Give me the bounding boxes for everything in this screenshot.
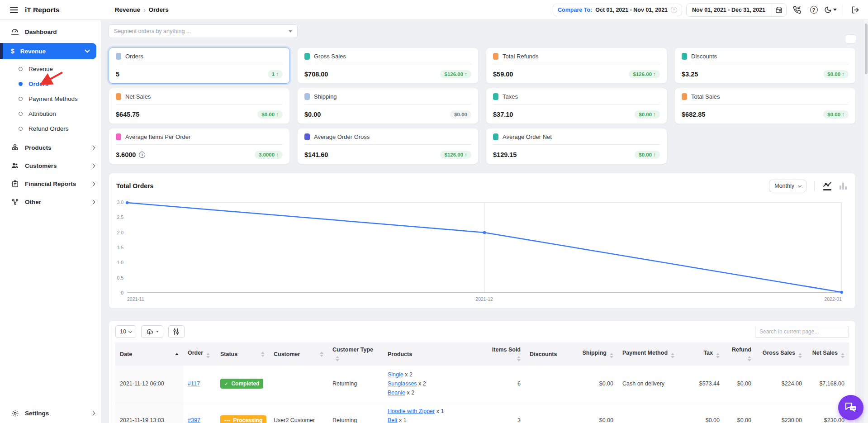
cell-discounts xyxy=(525,402,575,423)
column-header-status[interactable]: Status xyxy=(216,342,269,366)
sidebar-item-products[interactable]: Products xyxy=(0,138,101,157)
help-icon[interactable]: ? xyxy=(807,4,820,16)
column-header-tax[interactable]: Tax xyxy=(683,342,724,366)
delta-badge: $0.00 xyxy=(450,110,471,119)
sidebar-item-financial-reports[interactable]: Financial Reports xyxy=(0,175,101,193)
interval-select[interactable]: Monthly xyxy=(769,180,806,192)
kpi-card-average-order-gross[interactable]: Average Order Gross $141.60$126.00 ↑ xyxy=(297,128,479,164)
column-header-gross-sales[interactable]: Gross Sales xyxy=(756,342,806,366)
clipped-corner-button[interactable] xyxy=(845,34,856,44)
bar-chart-toggle-icon[interactable] xyxy=(838,183,848,190)
sort-icon xyxy=(517,356,521,361)
product-link[interactable]: Sunglasses xyxy=(388,380,417,387)
bullet-icon xyxy=(19,67,23,71)
kpi-card-average-items-per-order[interactable]: Average Items Per Order 3.6000i 3.0000 ↑ xyxy=(109,128,290,164)
column-header-date[interactable]: Date xyxy=(115,342,183,366)
sidebar-subitem-payment-methods[interactable]: Payment Methods xyxy=(0,91,101,106)
theme-toggle-moon-icon[interactable] xyxy=(824,4,837,16)
settings-icon xyxy=(11,409,19,417)
metric-swatch xyxy=(682,53,687,60)
line-chart-toggle-icon[interactable] xyxy=(822,181,832,190)
column-header-refund[interactable]: Refund xyxy=(724,342,756,366)
delta-badge: $126.00 ↑ xyxy=(440,70,471,78)
kpi-card-net-sales[interactable]: Net Sales $645.75$0.00 ↑ xyxy=(109,88,290,124)
segment-search[interactable] xyxy=(109,24,298,38)
kpi-card-taxes[interactable]: Taxes $37.10$0.00 ↑ xyxy=(486,88,667,124)
product-link[interactable]: Single xyxy=(388,371,403,378)
chart-plot xyxy=(127,202,842,293)
chat-icon xyxy=(844,402,857,413)
chat-widget-button[interactable] xyxy=(838,395,863,420)
kpi-card-average-order-net[interactable]: Average Order Net $129.15$0.00 ↑ xyxy=(486,128,667,164)
segment-input[interactable] xyxy=(114,28,289,34)
customers-icon xyxy=(11,162,19,170)
breadcrumb-revenue[interactable]: Revenue xyxy=(115,6,140,13)
export-button[interactable] xyxy=(141,325,163,338)
column-header-customer-type[interactable]: Customer Type xyxy=(328,342,383,366)
order-link[interactable]: #117 xyxy=(188,380,200,387)
logout-icon[interactable] xyxy=(849,4,862,16)
dots-icon: ••• xyxy=(224,418,231,423)
column-header-order[interactable]: Order xyxy=(183,342,216,366)
metric-swatch xyxy=(116,53,121,60)
delta-badge: $126.00 ↑ xyxy=(629,70,660,78)
sidebar-subitem-orders[interactable]: Orders xyxy=(0,76,101,91)
phone-support-icon[interactable] xyxy=(791,4,803,16)
sidebar-subitem-revenue[interactable]: Revenue xyxy=(0,62,101,76)
metric-swatch xyxy=(304,133,310,140)
table-search-input[interactable] xyxy=(755,326,849,338)
page-scrollbar xyxy=(864,20,868,423)
calendar-icon[interactable] xyxy=(771,4,786,16)
scrollbar-thumb[interactable] xyxy=(865,24,868,74)
kpi-card-shipping[interactable]: Shipping $0.00$0.00 xyxy=(297,88,479,124)
product-link[interactable]: Belt xyxy=(388,417,398,423)
kpi-card-total-refunds[interactable]: Total Refunds $59.00$126.00 ↑ xyxy=(486,48,667,84)
breadcrumb-separator-icon: › xyxy=(143,6,146,14)
product-link[interactable]: Beanie xyxy=(388,390,405,396)
delta-badge: $126.00 ↑ xyxy=(440,151,471,159)
sidebar-item-revenue-group[interactable]: $ Revenue xyxy=(0,43,96,59)
sidebar-item-customers[interactable]: Customers xyxy=(0,157,101,175)
column-header-net-sales[interactable]: Net Sales xyxy=(806,342,849,366)
column-filter-button[interactable] xyxy=(168,325,185,338)
column-header-payment-method[interactable]: Payment Method xyxy=(618,342,683,366)
sort-icon xyxy=(671,353,674,358)
menu-icon[interactable] xyxy=(10,7,18,13)
page-size-select[interactable]: 10 xyxy=(115,325,136,338)
info-icon[interactable]: i xyxy=(139,152,145,158)
dashboard-icon xyxy=(11,28,19,36)
sort-icon xyxy=(841,353,844,358)
compare-date-range[interactable]: Compare To: Oct 01, 2021 - Nov 01, 2021 … xyxy=(553,4,682,16)
column-header-items-sold[interactable]: Items Sold xyxy=(484,342,525,366)
sidebar-label-dashboard: Dashboard xyxy=(25,29,57,35)
kpi-card-orders[interactable]: Orders 51 ↑ xyxy=(109,48,290,84)
dollar-icon: $ xyxy=(11,48,14,55)
sidebar-item-other[interactable]: Other xyxy=(0,193,101,211)
kpi-card-gross-sales[interactable]: Gross Sales $708.00$126.00 ↑ xyxy=(297,48,479,84)
sort-icon xyxy=(336,356,339,361)
order-link[interactable]: #397 xyxy=(188,417,200,423)
kpi-card-total-sales[interactable]: Total Sales $682.85$0.00 ↑ xyxy=(674,88,856,124)
column-header-customer[interactable]: Customer xyxy=(269,342,328,366)
cell-items-sold: 3 xyxy=(484,402,525,423)
products-icon xyxy=(11,143,19,152)
cell-refund: $0.00 xyxy=(724,366,756,402)
cell-products: Single x 2 Sunglasses x 2 Beanie x 2 xyxy=(383,366,484,402)
column-header-shipping[interactable]: Shipping xyxy=(575,342,618,366)
cell-refund: $0.00 xyxy=(724,402,756,423)
date-range-value: Nov 01, 2021 - Dec 31, 2021 xyxy=(687,4,771,16)
sidebar-subitem-refund-orders[interactable]: Refund Orders xyxy=(0,121,101,136)
clear-compare-icon[interactable]: × xyxy=(671,7,677,13)
product-link[interactable]: Hoodie with Zipper xyxy=(388,408,435,414)
line-series-total-orders xyxy=(127,203,842,292)
cell-shipping: $0.00 xyxy=(575,402,618,423)
sidebar-item-dashboard[interactable]: Dashboard xyxy=(0,23,101,41)
segment-caret-icon xyxy=(289,30,292,33)
delta-badge: $0.00 ↑ xyxy=(823,70,849,78)
kpi-card-discounts[interactable]: Discounts $3.25$0.00 ↑ xyxy=(674,48,856,84)
cell-status: ✓ Completed xyxy=(216,366,269,402)
cell-gross-sales: $230.00 xyxy=(756,402,806,423)
sidebar-subitem-attribution[interactable]: Attribution xyxy=(0,106,101,121)
sidebar-item-settings[interactable]: Settings xyxy=(0,404,101,422)
date-range-picker[interactable]: Nov 01, 2021 - Dec 31, 2021 xyxy=(686,3,787,17)
